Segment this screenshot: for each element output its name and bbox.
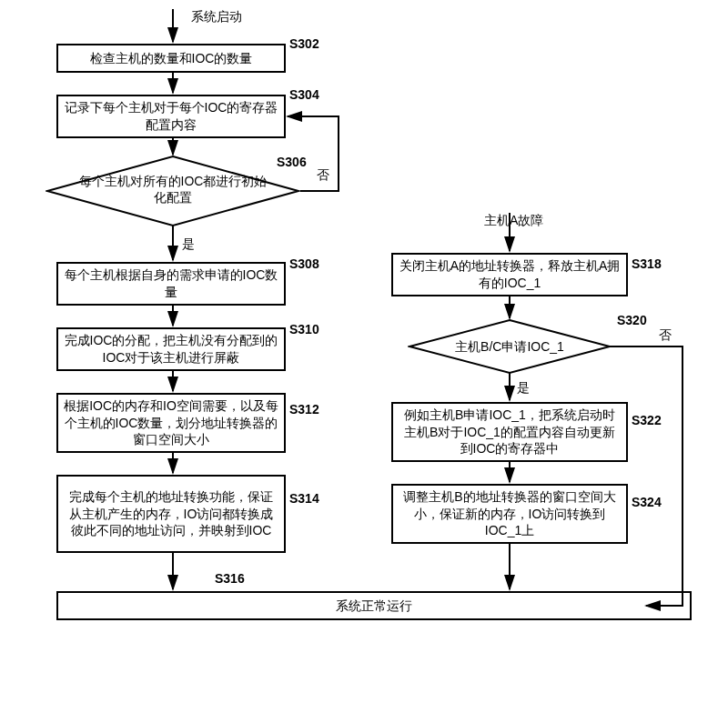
s304-text: 记录下每个主机对于每个IOC的寄存器配置内容 — [64, 99, 278, 134]
s320-diamond — [408, 318, 612, 375]
s304-id: S304 — [289, 87, 319, 103]
s302-id: S302 — [289, 36, 319, 52]
s312-text: 根据IOC的内存和IO空间需要，以及每个主机的IOC数量，划分地址转换器的窗口空… — [64, 397, 278, 449]
s316-id: S316 — [215, 571, 245, 587]
s312-box: 根据IOC的内存和IO空间需要，以及每个主机的IOC数量，划分地址转换器的窗口空… — [56, 393, 286, 453]
s310-text: 完成IOC的分配，把主机没有分配到的IOC对于该主机进行屏蔽 — [64, 332, 278, 367]
s306-yes: 是 — [182, 236, 195, 252]
flowchart-canvas: 系统启动 主机A故障 检查主机的数量和IOC的数量 S302 记录下每个主机对于… — [9, 9, 719, 704]
s318-text: 关闭主机A的地址转换器，释放主机A拥有的IOC_1 — [399, 257, 621, 292]
s302-text: 检查主机的数量和IOC的数量 — [90, 50, 253, 67]
s312-id: S312 — [289, 402, 319, 417]
s322-box: 例如主机B申请IOC_1，把系统启动时主机B对于IOC_1的配置内容自动更新到I… — [391, 402, 628, 462]
s302-box: 检查主机的数量和IOC的数量 — [56, 44, 286, 73]
start-label: 系统启动 — [191, 9, 242, 25]
s320-no: 否 — [659, 327, 672, 343]
s320-yes: 是 — [517, 380, 530, 396]
s314-text: 完成每个主机的地址转换功能，保证从主机产生的内存，IO访问都转换成彼此不同的地址… — [64, 488, 278, 540]
s324-text: 调整主机B的地址转换器的窗口空间大小，保证新的内存，IO访问转换到IOC_1上 — [399, 488, 621, 540]
s324-box: 调整主机B的地址转换器的窗口空间大小，保证新的内存，IO访问转换到IOC_1上 — [391, 484, 628, 544]
s322-id: S322 — [632, 413, 662, 428]
s314-box: 完成每个主机的地址转换功能，保证从主机产生的内存，IO访问都转换成彼此不同的地址… — [56, 475, 286, 553]
s306-text: 每个主机对所有的IOC都进行初始化配置 — [73, 173, 273, 206]
s322-text: 例如主机B申请IOC_1，把系统启动时主机B对于IOC_1的配置内容自动更新到I… — [399, 407, 621, 458]
s306-id: S306 — [277, 155, 307, 170]
s320-id: S320 — [617, 313, 647, 328]
s310-box: 完成IOC的分配，把主机没有分配到的IOC对于该主机进行屏蔽 — [56, 327, 286, 371]
s306-no: 否 — [317, 167, 329, 183]
s324-id: S324 — [632, 495, 662, 510]
s310-id: S310 — [289, 322, 319, 337]
s308-id: S308 — [289, 256, 319, 272]
s318-id: S318 — [632, 256, 662, 272]
fault-label: 主机A故障 — [484, 213, 543, 228]
s308-box: 每个主机根据自身的需求申请的IOC数量 — [56, 262, 286, 306]
s314-id: S314 — [289, 491, 319, 507]
s320-text: 主机B/C申请IOC_1 — [437, 338, 582, 355]
s318-box: 关闭主机A的地址转换器，释放主机A拥有的IOC_1 — [391, 253, 628, 296]
s304-box: 记录下每个主机对于每个IOC的寄存器配置内容 — [56, 95, 286, 138]
s316-text: 系统正常运行 — [336, 598, 412, 615]
s316-box: 系统正常运行 — [56, 591, 692, 620]
s308-text: 每个主机根据自身的需求申请的IOC数量 — [64, 266, 278, 301]
s306-diamond — [46, 155, 300, 227]
